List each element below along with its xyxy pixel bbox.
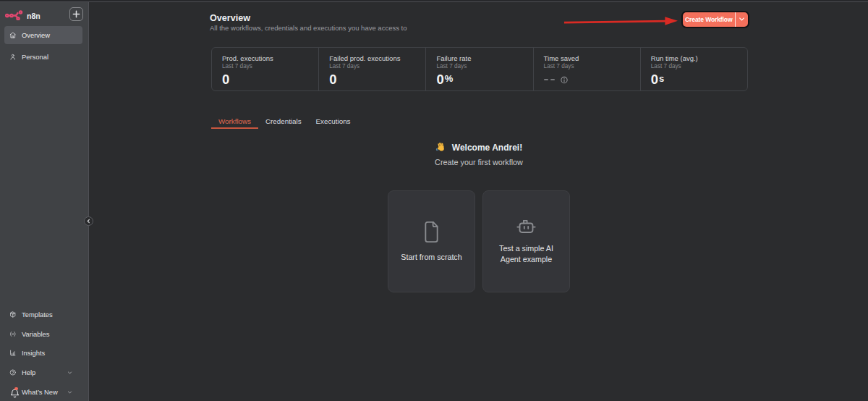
stat-period: Last 7 days [329, 63, 421, 70]
chevron-down-icon [67, 389, 72, 394]
dash [550, 79, 556, 80]
stat-label: Time saved [544, 54, 636, 62]
welcome-title-text: Welcome Andrei! [452, 143, 522, 153]
starter-cards-row: Start from scratch Test a simple AI Agen… [90, 190, 868, 292]
chart-icon [9, 350, 17, 357]
stat-run-time: Run time (avg.) Last 7 days 0s [640, 48, 747, 90]
welcome-subtitle: Create your first workflow [90, 158, 868, 166]
robot-icon [516, 218, 536, 235]
sidebar-item-whats-new[interactable]: What’s New [4, 382, 82, 401]
sidebar-item-label: Variables [22, 330, 49, 338]
tab-workflows[interactable]: Workflows [211, 116, 258, 129]
user-icon [9, 54, 17, 61]
stat-failed-executions: Failed prod. executions Last 7 days 0 [318, 48, 425, 90]
stat-value: 0 [222, 74, 314, 85]
card-label: Test a simple AI Agent example [490, 243, 563, 264]
stat-period: Last 7 days [544, 63, 636, 70]
waving-hand-emoji [435, 142, 446, 153]
welcome-title: Welcome Andrei! [90, 142, 868, 153]
add-workflow-button[interactable] [69, 7, 83, 21]
stat-failure-rate: Failure rate Last 7 days 0% [425, 48, 532, 90]
stat-value: 0% [436, 74, 528, 85]
card-ai-agent-example[interactable]: Test a simple AI Agent example [482, 190, 570, 292]
stat-value: 0s [651, 74, 743, 85]
tab-executions[interactable]: Executions [309, 116, 358, 129]
sidebar-item-label: Personal [22, 53, 48, 61]
stat-value: 0 [329, 74, 421, 85]
stat-empty-value [544, 74, 636, 85]
sidebar-item-label: Insights [22, 349, 45, 357]
tab-credentials[interactable]: Credentials [258, 116, 309, 129]
dash [544, 79, 549, 80]
create-workflow-caret-button[interactable] [736, 12, 749, 28]
sidebar-item-templates[interactable]: Templates [4, 305, 82, 324]
brand-name: n8n [27, 12, 41, 21]
sidebar-item-label: Templates [22, 311, 53, 318]
sidebar-item-overview[interactable]: Overview [4, 26, 82, 44]
package-icon [9, 311, 17, 318]
chevron-left-icon [86, 219, 91, 224]
stat-period: Last 7 days [651, 63, 743, 70]
sidebar-item-label: What’s New [22, 388, 58, 396]
plus-icon [72, 10, 80, 18]
sidebar-header: n8n [0, 2, 88, 27]
sidebar-item-label: Overview [22, 31, 50, 39]
stats-strip: Prod. executions Last 7 days 0 Failed pr… [211, 47, 748, 91]
notification-dot [14, 387, 18, 391]
stat-label: Failure rate [436, 54, 528, 62]
info-icon[interactable] [561, 76, 568, 83]
stat-label: Failed prod. executions [329, 54, 421, 62]
page-subtitle: All the workflows, credentials and execu… [210, 24, 407, 33]
resource-tabs: Workflows Credentials Executions [211, 116, 358, 129]
stat-label: Prod. executions [222, 54, 314, 62]
home-icon [9, 32, 17, 39]
page-title: Overview [210, 13, 250, 24]
stat-period: Last 7 days [222, 63, 314, 70]
n8n-overview-page: n8n Overview Personal [0, 0, 868, 401]
variable-icon [9, 330, 17, 337]
stat-prod-executions: Prod. executions Last 7 days 0 [212, 48, 318, 90]
chevron-down-icon [739, 16, 745, 22]
sidebar-item-insights[interactable]: Insights [4, 343, 82, 363]
sidebar-item-help[interactable]: Help [4, 363, 82, 382]
stat-label: Run time (avg.) [651, 54, 743, 62]
help-icon [9, 369, 17, 376]
chevron-down-icon [67, 370, 72, 375]
create-workflow-label[interactable]: Create Workflow [683, 12, 735, 28]
window-top-strip [0, 0, 868, 2]
stat-period: Last 7 days [436, 63, 528, 70]
n8n-logo-icon [5, 10, 22, 20]
sidebar-item-label: Help [22, 368, 35, 376]
sidebar-item-variables[interactable]: Variables [4, 324, 82, 344]
sidebar-nav-top: Overview Personal [4, 26, 82, 66]
bell-icon [9, 388, 17, 395]
card-label: Start from scratch [401, 252, 461, 263]
sidebar-collapse-button[interactable] [84, 216, 93, 226]
create-workflow-button[interactable]: Create Workflow [683, 12, 748, 28]
stat-time-saved: Time saved Last 7 days [533, 48, 640, 90]
sidebar: n8n Overview Personal [0, 2, 89, 401]
card-start-from-scratch[interactable]: Start from scratch [388, 190, 475, 292]
document-icon [423, 221, 440, 243]
sidebar-item-personal[interactable]: Personal [4, 48, 82, 66]
sidebar-nav-bottom: Templates Variables Insights Help [4, 305, 82, 401]
